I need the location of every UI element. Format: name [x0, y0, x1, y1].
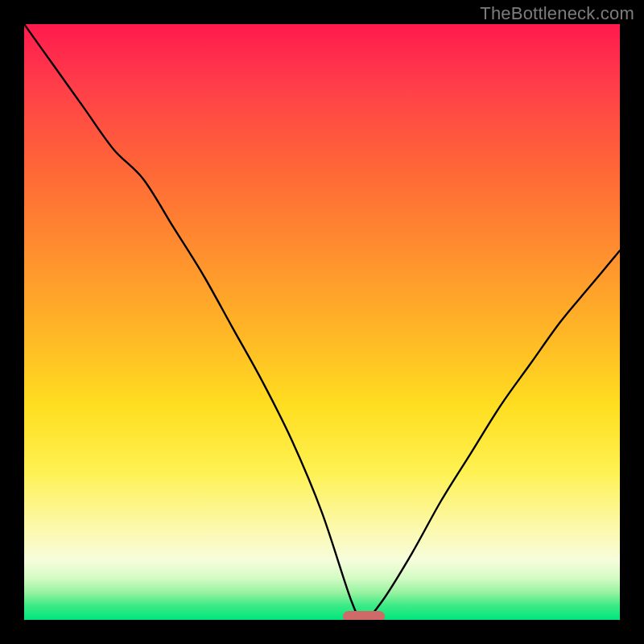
minimum-marker [343, 611, 385, 620]
chart-frame: TheBottleneck.com [0, 0, 644, 644]
bottleneck-curve [24, 24, 620, 620]
plot-area [24, 24, 620, 620]
watermark-text: TheBottleneck.com [480, 3, 634, 24]
